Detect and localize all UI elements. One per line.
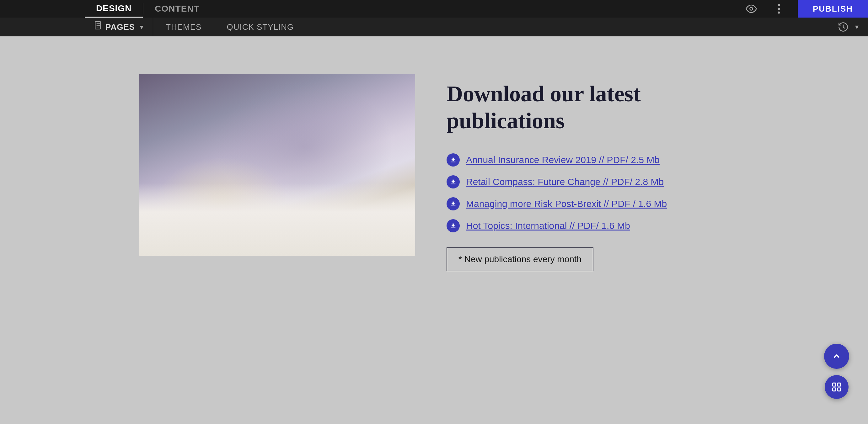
top-bar-actions: PUBLISH	[742, 0, 868, 18]
quick-styling-label: QUICK STYLING	[226, 22, 294, 32]
tab-design[interactable]: DESIGN	[85, 0, 143, 18]
svg-point-3	[778, 11, 780, 14]
chevron-down-icon: ▾	[140, 23, 144, 31]
download-icon-4	[446, 219, 460, 232]
themes-label: THEMES	[166, 22, 202, 32]
right-content: Download our latest publications Annual …	[446, 74, 729, 271]
hero-image-inner	[139, 74, 415, 256]
pages-label: PAGES	[105, 22, 135, 32]
list-item[interactable]: Retail Compass: Future Change // PDF/ 2.…	[446, 175, 729, 189]
download-icon-3	[446, 197, 460, 210]
svg-point-1	[778, 4, 780, 6]
list-item[interactable]: Annual Insurance Review 2019 // PDF/ 2.5…	[446, 153, 729, 166]
list-item[interactable]: Hot Topics: International // PDF/ 1.6 Mb	[446, 219, 729, 232]
publish-button[interactable]: PUBLISH	[798, 0, 868, 18]
top-bar: DESIGN CONTENT PUBLISH	[0, 0, 868, 18]
scroll-up-fab[interactable]	[824, 344, 849, 369]
list-item[interactable]: Managing more Risk Post-Brexit // PDF / …	[446, 197, 729, 210]
download-link-2[interactable]: Retail Compass: Future Change // PDF/ 2.…	[466, 176, 664, 187]
svg-point-0	[750, 7, 752, 10]
hero-image	[139, 74, 415, 256]
download-icon-1	[446, 153, 460, 166]
notice-text: * New publications every month	[459, 254, 582, 264]
download-link-4[interactable]: Hot Topics: International // PDF/ 1.6 Mb	[466, 221, 630, 231]
themes-link[interactable]: THEMES	[153, 18, 214, 36]
download-link-1[interactable]: Annual Insurance Review 2019 // PDF/ 2.5…	[466, 155, 660, 165]
notice-box: * New publications every month	[446, 248, 593, 271]
second-bar-nav: PAGES ▾ THEMES QUICK STYLING	[85, 18, 306, 36]
widget-fab[interactable]	[825, 375, 848, 399]
publish-label: PUBLISH	[813, 4, 853, 14]
chevron-down-icon-history[interactable]: ▾	[855, 23, 859, 31]
svg-rect-6	[838, 383, 841, 386]
fab-container	[824, 344, 849, 399]
main-content: Download our latest publications Annual …	[0, 36, 868, 413]
download-link-3[interactable]: Managing more Risk Post-Brexit // PDF / …	[466, 198, 667, 209]
second-bar-right: ▾	[834, 18, 859, 36]
svg-rect-5	[833, 383, 836, 386]
page-icon	[94, 21, 102, 33]
more-options-icon[interactable]	[770, 0, 788, 18]
tab-content-label: CONTENT	[155, 4, 199, 14]
svg-point-2	[778, 8, 780, 10]
svg-rect-7	[833, 388, 836, 391]
second-bar: PAGES ▾ THEMES QUICK STYLING ▾	[0, 18, 868, 36]
download-list: Annual Insurance Review 2019 // PDF/ 2.5…	[446, 153, 729, 232]
history-icon[interactable]	[834, 18, 852, 36]
quick-styling-link[interactable]: QUICK STYLING	[214, 18, 306, 36]
svg-rect-8	[838, 388, 841, 391]
download-icon-2	[446, 175, 460, 189]
preview-icon[interactable]	[742, 0, 760, 18]
tab-content[interactable]: CONTENT	[144, 0, 211, 18]
pages-button[interactable]: PAGES ▾	[85, 18, 153, 36]
tab-group: DESIGN CONTENT	[85, 0, 211, 18]
tab-design-label: DESIGN	[96, 3, 131, 13]
section-title: Download our latest publications	[446, 80, 729, 134]
